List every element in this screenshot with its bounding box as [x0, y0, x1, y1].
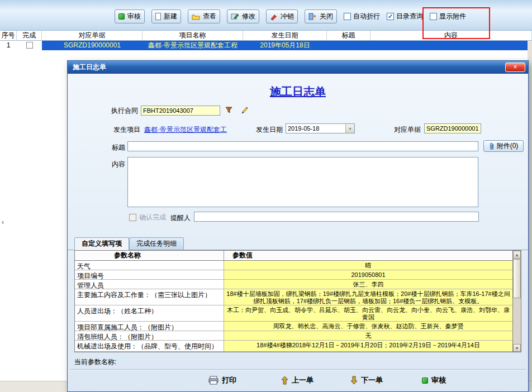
next-record-button[interactable]: 下一单 — [350, 374, 383, 387]
modify-icon — [231, 13, 239, 20]
column-header-done[interactable]: 完成 — [17, 31, 42, 40]
row-project: 鑫都·帝景示范区景观配套工程 — [142, 41, 243, 50]
catalog-query-checkbox-label: 目录查询 — [396, 12, 423, 21]
param-value[interactable]: 无 — [224, 331, 512, 340]
show-attachment-checkbox-label: 显示附件 — [439, 12, 466, 21]
catalog-query-checkbox-box: ✓ — [387, 13, 394, 20]
reverse-button[interactable]: 冲销 — [266, 9, 298, 23]
date-dropdown-arrow-icon[interactable]: ▼ — [345, 124, 354, 133]
tab-custom-fields[interactable]: 自定义填写项 — [74, 237, 129, 250]
form-heading: 施工日志单 — [68, 84, 528, 99]
parameter-table-scrollbar[interactable]: ▲ ▼ — [512, 251, 521, 352]
row-content — [370, 41, 532, 50]
contract-label: 执行合同 — [102, 106, 138, 116]
scroll-up-icon[interactable]: ▲ — [513, 251, 521, 259]
content-label: 内容 — [92, 159, 125, 169]
footer-divider — [70, 369, 526, 370]
param-value[interactable]: 晴 — [224, 261, 512, 270]
param-value[interactable]: 18#楼4#楼梯2018年12月1日－2019年1月20日；2019年2月19日… — [224, 341, 512, 351]
show-attachment-checkbox-box — [430, 13, 437, 20]
new-button-label: 新建 — [164, 12, 177, 21]
param-row-direct-workers[interactable]: 项目部直属施工人员：（附图片） 周双龙、韩长忠、高海云、于修营、张麦秋、赵边防、… — [75, 322, 512, 331]
application-window: 审核 新建 查看 修改 冲销 关闭 — [0, 0, 532, 392]
new-button[interactable]: 新建 — [151, 9, 181, 23]
tab-task-detail[interactable]: 完成任务明细 — [129, 237, 184, 250]
column-header-date[interactable]: 发生日期 — [243, 31, 327, 40]
param-row-machinery[interactable]: 机械进出场及使用：（品牌、型号、使用时间） 18#楼4#楼梯2018年12月1日… — [75, 341, 512, 352]
dialog-close-button[interactable]: × — [505, 63, 525, 72]
param-name: 人员进出场：（姓名工种） — [75, 305, 224, 321]
param-row-subcontract[interactable]: 清包班组人员：（附图片） 无 — [75, 331, 512, 341]
param-row-managers[interactable]: 管理人员 张三、李四 — [75, 280, 512, 289]
param-value[interactable]: 周双龙、韩长忠、高海云、于修营、张麦秋、赵边防、王新兴、秦梦贤 — [224, 322, 512, 331]
column-header-project[interactable]: 项目名称 — [142, 31, 243, 40]
reverse-button-label: 冲销 — [281, 12, 294, 21]
contract-lookup-icon[interactable] — [225, 106, 233, 116]
project-link[interactable]: 鑫都·帝景示范区景观配套工 — [144, 125, 227, 135]
audit-button-label: 审核 — [127, 12, 141, 21]
param-row-weather[interactable]: 天气 晴 — [75, 261, 512, 270]
current-parameter-label: 当前参数名称: — [74, 357, 116, 367]
collapse-panel-arrow[interactable]: ‹ — [0, 216, 6, 228]
title-input[interactable] — [127, 141, 478, 151]
new-icon — [155, 13, 161, 20]
construction-log-dialog: 施工日志单 × 施工日志单 执行合同 发生项目 鑫都·帝景示范区景观配套工 发生… — [67, 60, 529, 392]
view-button-label: 查看 — [203, 12, 216, 21]
audit-record-button[interactable]: 审核 — [422, 374, 446, 387]
param-row-personnel[interactable]: 人员进出场：（姓名工种） 木工：向尹贺、向玉成、胡令学、吕延乐、胡玉、向云雷、向… — [75, 305, 512, 322]
audit-icon — [118, 13, 125, 20]
param-value[interactable]: 2019050801 — [224, 270, 512, 279]
dialog-title: 施工日志单 — [73, 63, 106, 72]
view-button[interactable]: 查看 — [188, 9, 220, 23]
previous-record-button[interactable]: 上一单 — [281, 374, 314, 387]
date-combo[interactable]: 2019-05-18 ▼ — [286, 123, 355, 133]
scrollbar-thumb[interactable] — [513, 259, 521, 298]
scroll-down-icon[interactable]: ▼ — [513, 344, 521, 352]
row-title — [327, 41, 370, 50]
param-value[interactable]: 张三、李四 — [224, 280, 512, 289]
doc-label: 对应单据 — [376, 125, 421, 135]
column-header-doc[interactable]: 对应单据 — [42, 31, 142, 40]
close-window-button[interactable]: 关闭 — [305, 9, 337, 23]
next-record-button-label: 下一单 — [361, 375, 383, 385]
modify-button[interactable]: 修改 — [227, 9, 259, 23]
catalog-query-checkbox[interactable]: ✓ 目录查询 — [387, 12, 423, 21]
table-row[interactable]: 1 SGRZD190000001 鑫都·帝景示范区景观配套工程 2019年05月… — [0, 41, 532, 50]
previous-record-button-label: 上一单 — [292, 375, 314, 385]
param-name-column-header: 参数名称 — [75, 251, 224, 260]
row-seq: 1 — [0, 41, 17, 50]
reminder-input[interactable] — [194, 212, 479, 222]
param-row-main-work[interactable]: 主要施工内容及工作量：（需三张以上图片） 18#楼十层墙板加固，绑扎梁钢筋；19… — [75, 289, 512, 305]
column-header-content[interactable]: 内容 — [370, 31, 532, 40]
audit-icon — [422, 377, 428, 384]
autowrap-checkbox[interactable]: 自动折行 — [344, 12, 380, 21]
column-header-seq[interactable]: 序号 — [0, 31, 17, 40]
show-attachment-checkbox[interactable]: 显示附件 — [430, 12, 466, 21]
param-name: 项目编号 — [75, 270, 224, 279]
print-button[interactable]: 打印 — [208, 374, 236, 387]
audit-record-button-label: 审核 — [431, 375, 446, 385]
row-done-checkbox[interactable] — [26, 42, 33, 49]
contract-edit-pen-icon[interactable] — [240, 106, 249, 116]
project-label: 发生项目 — [84, 125, 140, 135]
param-row-project-no[interactable]: 项目编号 2019050801 — [75, 270, 512, 280]
content-textarea[interactable] — [127, 157, 478, 207]
doc-input[interactable] — [424, 123, 481, 133]
param-value[interactable]: 18#楼十层墙板加固，绑扎梁钢筋；19#楼绑扎九层支墙柱模板；20#楼十层绑扎钢… — [224, 289, 512, 305]
parameter-table: 参数名称 参数值 天气 晴 项目编号 2019050801 管理人员 张三、李四… — [74, 250, 521, 352]
confirm-complete-checkbox-box — [129, 214, 136, 221]
autowrap-checkbox-box — [344, 13, 351, 20]
arrow-down-icon — [350, 376, 358, 385]
parameter-table-header: 参数名称 参数值 — [75, 251, 512, 261]
title-label: 标题 — [92, 142, 125, 152]
arrow-up-icon — [281, 376, 288, 385]
audit-button[interactable]: 审核 — [115, 9, 145, 23]
date-value: 2019-05-18 — [286, 124, 345, 133]
row-done-cell[interactable] — [17, 41, 42, 50]
print-icon — [208, 376, 218, 385]
contract-input[interactable] — [141, 106, 220, 116]
column-header-title[interactable]: 标题 — [327, 31, 370, 40]
param-value[interactable]: 木工：向尹贺、向玉成、胡令学、吕延乐、胡玉、向云雷、向云龙、向小奎、向云飞、康浩… — [224, 305, 512, 321]
attachment-button[interactable]: 附件(0) — [483, 140, 524, 152]
param-name: 管理人员 — [75, 280, 224, 289]
